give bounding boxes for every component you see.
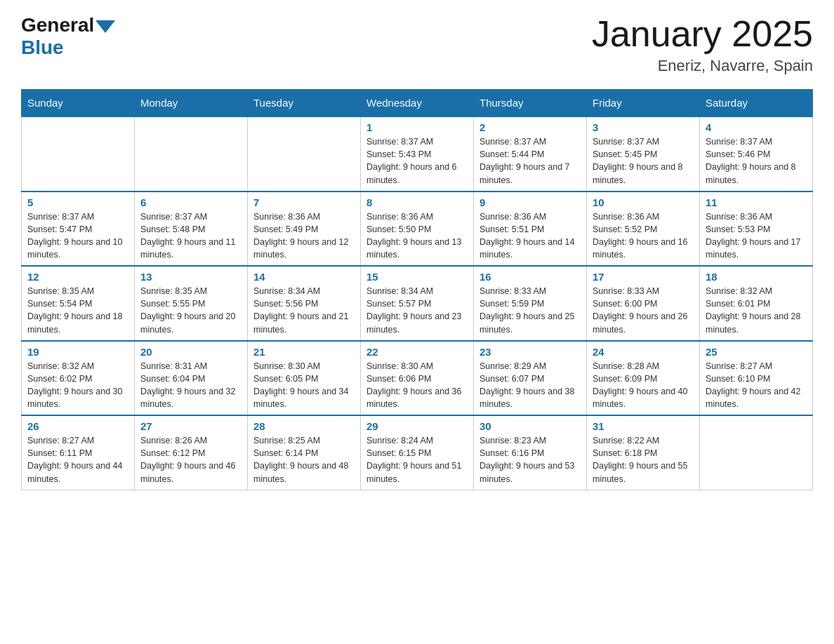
calendar-cell: 12Sunrise: 8:35 AMSunset: 5:54 PMDayligh… [22, 266, 135, 341]
day-info: Sunrise: 8:32 AMSunset: 6:02 PMDaylight:… [27, 360, 128, 411]
day-number: 21 [253, 346, 355, 358]
day-of-week-header: Sunday [22, 90, 135, 117]
logo-general-text: General [21, 14, 94, 36]
calendar-cell [700, 415, 813, 490]
day-of-week-header: Saturday [700, 90, 813, 117]
calendar-cell: 21Sunrise: 8:30 AMSunset: 6:05 PMDayligh… [248, 341, 361, 416]
day-number: 24 [593, 346, 694, 358]
calendar-cell: 14Sunrise: 8:34 AMSunset: 5:56 PMDayligh… [248, 266, 361, 341]
day-number: 22 [366, 346, 468, 358]
day-number: 6 [140, 196, 241, 208]
day-number: 26 [27, 420, 128, 432]
calendar-cell: 20Sunrise: 8:31 AMSunset: 6:04 PMDayligh… [135, 341, 248, 416]
calendar-cell: 13Sunrise: 8:35 AMSunset: 5:55 PMDayligh… [135, 266, 248, 341]
logo-triangle-icon [95, 20, 115, 33]
calendar-table: SundayMondayTuesdayWednesdayThursdayFrid… [21, 89, 813, 490]
day-number: 11 [706, 196, 807, 208]
day-number: 16 [479, 271, 581, 283]
logo: General Blue [21, 14, 115, 59]
day-info: Sunrise: 8:24 AMSunset: 6:15 PMDaylight:… [366, 434, 468, 485]
calendar-cell: 18Sunrise: 8:32 AMSunset: 6:01 PMDayligh… [700, 266, 813, 341]
title-block: January 2025 Eneriz, Navarre, Spain [592, 14, 813, 75]
day-info: Sunrise: 8:25 AMSunset: 6:14 PMDaylight:… [253, 434, 355, 485]
day-of-week-header: Friday [587, 90, 700, 117]
day-number: 31 [593, 420, 694, 432]
day-info: Sunrise: 8:35 AMSunset: 5:54 PMDaylight:… [27, 285, 128, 336]
day-info: Sunrise: 8:33 AMSunset: 5:59 PMDaylight:… [479, 285, 581, 336]
day-number: 28 [253, 420, 355, 432]
day-info: Sunrise: 8:37 AMSunset: 5:45 PMDaylight:… [593, 135, 694, 187]
calendar-cell: 11Sunrise: 8:36 AMSunset: 5:53 PMDayligh… [700, 192, 813, 267]
calendar-cell: 3Sunrise: 8:37 AMSunset: 5:45 PMDaylight… [587, 116, 700, 192]
calendar-cell: 26Sunrise: 8:27 AMSunset: 6:11 PMDayligh… [22, 415, 135, 490]
day-info: Sunrise: 8:32 AMSunset: 6:01 PMDaylight:… [706, 285, 807, 336]
day-number: 19 [27, 346, 128, 358]
calendar-cell: 8Sunrise: 8:36 AMSunset: 5:50 PMDaylight… [361, 192, 474, 267]
calendar-cell: 16Sunrise: 8:33 AMSunset: 5:59 PMDayligh… [474, 266, 587, 341]
day-of-week-header: Monday [135, 90, 248, 117]
calendar-cell: 30Sunrise: 8:23 AMSunset: 6:16 PMDayligh… [474, 415, 587, 490]
day-info: Sunrise: 8:31 AMSunset: 6:04 PMDaylight:… [140, 360, 241, 411]
day-of-week-header: Wednesday [361, 90, 474, 117]
calendar-cell [135, 116, 248, 192]
day-info: Sunrise: 8:35 AMSunset: 5:55 PMDaylight:… [140, 285, 241, 336]
calendar-week-row: 5Sunrise: 8:37 AMSunset: 5:47 PMDaylight… [22, 192, 813, 267]
day-info: Sunrise: 8:27 AMSunset: 6:10 PMDaylight:… [706, 360, 807, 411]
calendar-week-row: 19Sunrise: 8:32 AMSunset: 6:02 PMDayligh… [22, 341, 813, 416]
calendar-cell: 7Sunrise: 8:36 AMSunset: 5:49 PMDaylight… [248, 192, 361, 267]
day-info: Sunrise: 8:28 AMSunset: 6:09 PMDaylight:… [593, 360, 694, 411]
calendar-cell: 27Sunrise: 8:26 AMSunset: 6:12 PMDayligh… [135, 415, 248, 490]
day-info: Sunrise: 8:29 AMSunset: 6:07 PMDaylight:… [479, 360, 581, 411]
day-number: 14 [253, 271, 355, 283]
calendar-cell: 15Sunrise: 8:34 AMSunset: 5:57 PMDayligh… [361, 266, 474, 341]
day-number: 10 [593, 196, 694, 208]
day-info: Sunrise: 8:23 AMSunset: 6:16 PMDaylight:… [479, 434, 581, 485]
logo-blue-text: Blue [21, 36, 64, 58]
calendar-header: SundayMondayTuesdayWednesdayThursdayFrid… [22, 90, 813, 117]
calendar-cell: 24Sunrise: 8:28 AMSunset: 6:09 PMDayligh… [587, 341, 700, 416]
day-info: Sunrise: 8:37 AMSunset: 5:46 PMDaylight:… [706, 135, 807, 187]
calendar-cell: 25Sunrise: 8:27 AMSunset: 6:10 PMDayligh… [700, 341, 813, 416]
day-info: Sunrise: 8:36 AMSunset: 5:52 PMDaylight:… [593, 210, 694, 262]
calendar-cell: 29Sunrise: 8:24 AMSunset: 6:15 PMDayligh… [361, 415, 474, 490]
day-info: Sunrise: 8:34 AMSunset: 5:56 PMDaylight:… [253, 285, 355, 336]
day-info: Sunrise: 8:36 AMSunset: 5:50 PMDaylight:… [366, 210, 468, 262]
day-info: Sunrise: 8:37 AMSunset: 5:48 PMDaylight:… [140, 210, 241, 262]
calendar-week-row: 12Sunrise: 8:35 AMSunset: 5:54 PMDayligh… [22, 266, 813, 341]
day-of-week-header: Thursday [474, 90, 587, 117]
month-title: January 2025 [592, 14, 813, 54]
day-info: Sunrise: 8:36 AMSunset: 5:51 PMDaylight:… [479, 210, 581, 262]
day-info: Sunrise: 8:37 AMSunset: 5:44 PMDaylight:… [479, 135, 581, 187]
day-number: 8 [366, 196, 468, 208]
day-info: Sunrise: 8:36 AMSunset: 5:49 PMDaylight:… [253, 210, 355, 262]
calendar-cell: 1Sunrise: 8:37 AMSunset: 5:43 PMDaylight… [361, 116, 474, 192]
day-number: 20 [140, 346, 241, 358]
day-info: Sunrise: 8:30 AMSunset: 6:05 PMDaylight:… [253, 360, 355, 411]
day-number: 18 [706, 271, 807, 283]
location-subtitle: Eneriz, Navarre, Spain [592, 57, 813, 75]
day-number: 3 [593, 121, 694, 133]
day-of-week-header: Tuesday [248, 90, 361, 117]
day-number: 15 [366, 271, 468, 283]
day-number: 5 [27, 196, 128, 208]
calendar-cell [22, 116, 135, 192]
day-info: Sunrise: 8:37 AMSunset: 5:43 PMDaylight:… [366, 135, 468, 187]
calendar-cell: 28Sunrise: 8:25 AMSunset: 6:14 PMDayligh… [248, 415, 361, 490]
calendar-cell: 10Sunrise: 8:36 AMSunset: 5:52 PMDayligh… [587, 192, 700, 267]
calendar-week-row: 1Sunrise: 8:37 AMSunset: 5:43 PMDaylight… [22, 116, 813, 192]
calendar-cell: 5Sunrise: 8:37 AMSunset: 5:47 PMDaylight… [22, 192, 135, 267]
calendar-cell: 17Sunrise: 8:33 AMSunset: 6:00 PMDayligh… [587, 266, 700, 341]
calendar-body: 1Sunrise: 8:37 AMSunset: 5:43 PMDaylight… [22, 116, 813, 490]
calendar-cell [248, 116, 361, 192]
calendar-cell: 4Sunrise: 8:37 AMSunset: 5:46 PMDaylight… [700, 116, 813, 192]
day-info: Sunrise: 8:33 AMSunset: 6:00 PMDaylight:… [593, 285, 694, 336]
day-number: 17 [593, 271, 694, 283]
day-number: 9 [479, 196, 581, 208]
day-number: 1 [366, 121, 468, 133]
calendar-week-row: 26Sunrise: 8:27 AMSunset: 6:11 PMDayligh… [22, 415, 813, 490]
calendar-cell: 6Sunrise: 8:37 AMSunset: 5:48 PMDaylight… [135, 192, 248, 267]
day-info: Sunrise: 8:37 AMSunset: 5:47 PMDaylight:… [27, 210, 128, 262]
day-info: Sunrise: 8:26 AMSunset: 6:12 PMDaylight:… [140, 434, 241, 485]
day-info: Sunrise: 8:34 AMSunset: 5:57 PMDaylight:… [366, 285, 468, 336]
day-info: Sunrise: 8:27 AMSunset: 6:11 PMDaylight:… [27, 434, 128, 485]
